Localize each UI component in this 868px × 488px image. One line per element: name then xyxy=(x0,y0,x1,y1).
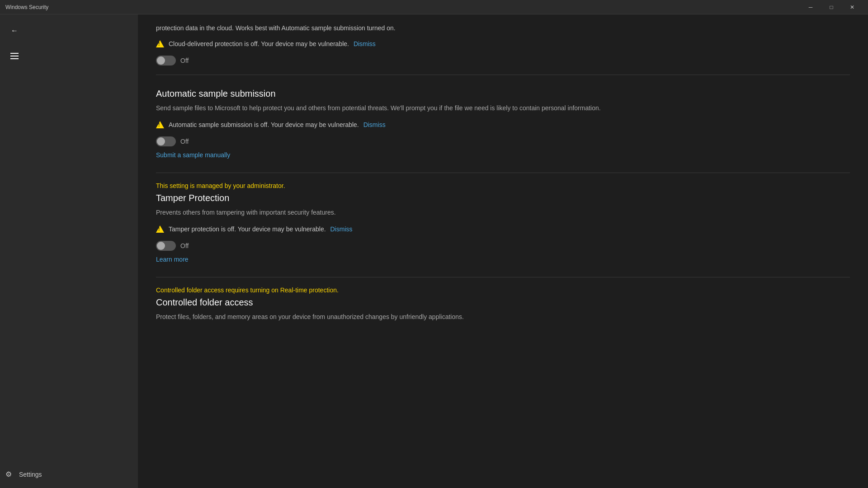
toggle-thumb-2 xyxy=(157,137,165,145)
tamper-protection-toggle-row: Off xyxy=(156,241,850,251)
tamper-protection-section: This setting is managed by your administ… xyxy=(156,182,850,263)
close-button[interactable]: ✕ xyxy=(842,0,863,14)
sample-submission-warning-banner: Automatic sample submission is off. Your… xyxy=(156,120,850,130)
sidebar: ← ⚙ Settings xyxy=(0,14,138,488)
maximize-button[interactable]: □ xyxy=(821,0,842,14)
toggle-thumb xyxy=(157,56,165,65)
separator-2 xyxy=(156,277,850,277)
cloud-protection-dismiss-link[interactable]: Dismiss xyxy=(354,40,376,47)
window-controls: ─ □ ✕ xyxy=(800,0,863,14)
automatic-sample-submission-section: Automatic sample submission Send sample … xyxy=(156,89,850,159)
main-content: protection data in the cloud. Works best… xyxy=(138,14,868,488)
separator-1 xyxy=(156,173,850,173)
title-bar: Windows Security ─ □ ✕ xyxy=(0,0,868,14)
top-partial-section: protection data in the cloud. Works best… xyxy=(156,14,850,75)
tamper-protection-title: Tamper Protection xyxy=(156,193,850,203)
tamper-protection-warning-banner: Tamper protection is off. Your device ma… xyxy=(156,225,850,235)
settings-label: Settings xyxy=(19,471,42,478)
sample-submission-dismiss-link[interactable]: Dismiss xyxy=(363,121,386,128)
controlled-folder-access-desc: Protect files, folders, and memory areas… xyxy=(156,312,850,322)
tamper-protection-toggle[interactable] xyxy=(156,241,176,251)
automatic-sample-submission-desc: Send sample files to Microsoft to help p… xyxy=(156,103,850,113)
tamper-protection-toggle-label: Off xyxy=(180,242,189,249)
warning-icon xyxy=(156,40,164,49)
hamburger-line-3 xyxy=(10,58,19,59)
sample-warning-icon xyxy=(156,121,164,130)
settings-nav-item[interactable]: ⚙ Settings xyxy=(0,465,138,488)
tamper-admin-notice: This setting is managed by your administ… xyxy=(156,182,850,189)
top-partial-text: protection data in the cloud. Works best… xyxy=(156,23,850,33)
app-title: Windows Security xyxy=(5,4,48,10)
app-body: ← ⚙ Settings protection data in the clou… xyxy=(0,14,868,488)
sample-submission-warning-text: Automatic sample submission is off. Your… xyxy=(169,120,386,130)
back-button[interactable]: ← xyxy=(5,22,24,40)
tamper-warning-icon xyxy=(156,225,164,235)
cloud-protection-warning-text: Cloud-delivered protection is off. Your … xyxy=(169,39,376,49)
cloud-protection-toggle[interactable] xyxy=(156,56,176,66)
sample-submission-toggle-row: Off xyxy=(156,136,850,146)
toggle-thumb-3 xyxy=(157,242,165,250)
automatic-sample-submission-title: Automatic sample submission xyxy=(156,89,850,99)
minimize-button[interactable]: ─ xyxy=(800,0,821,14)
settings-icon: ⚙ xyxy=(5,470,14,479)
hamburger-line-1 xyxy=(10,53,19,54)
tamper-protection-warning-text: Tamper protection is off. Your device ma… xyxy=(169,225,353,234)
controlled-folder-access-title: Controlled folder access xyxy=(156,297,850,308)
submit-sample-manually-link[interactable]: Submit a sample manually xyxy=(156,151,230,159)
hamburger-line-2 xyxy=(10,56,19,56)
controlled-folder-admin-notice: Controlled folder access requires turnin… xyxy=(156,286,850,294)
cloud-protection-toggle-row: Off xyxy=(156,56,850,66)
tamper-protection-desc: Prevents others from tampering with impo… xyxy=(156,208,850,217)
controlled-folder-access-section: Controlled folder access requires turnin… xyxy=(156,286,850,322)
back-icon: ← xyxy=(11,27,18,35)
sample-submission-toggle[interactable] xyxy=(156,136,176,146)
tamper-protection-dismiss-link[interactable]: Dismiss xyxy=(330,225,353,233)
tamper-learn-more-link[interactable]: Learn more xyxy=(156,256,189,263)
cloud-protection-warning-banner: Cloud-delivered protection is off. Your … xyxy=(156,39,850,49)
menu-button[interactable] xyxy=(5,47,24,65)
cloud-protection-toggle-label: Off xyxy=(180,57,189,64)
sample-submission-toggle-label: Off xyxy=(180,138,189,145)
